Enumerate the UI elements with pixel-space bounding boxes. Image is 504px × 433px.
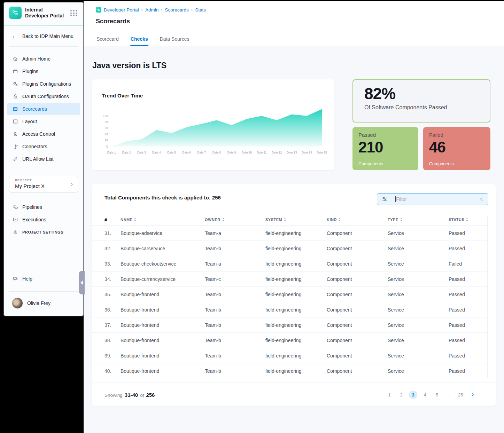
- cell-kind: Component: [327, 292, 388, 297]
- svg-text:Date 2: Date 2: [122, 151, 131, 154]
- table-row[interactable]: 33.Boutique-checkoutserviceTeam-afield-e…: [92, 256, 488, 271]
- cell-owner: Team-a: [205, 230, 265, 236]
- user-profile[interactable]: Olivia Frey: [12, 298, 51, 309]
- gear-icon: [13, 229, 18, 235]
- cell-system: field-engineering: [265, 230, 327, 236]
- sidebar-item-label: Connectors: [22, 144, 47, 149]
- sidebar-item-pipelines[interactable]: Pipelines: [4, 201, 83, 213]
- table-row[interactable]: 36.Boutique-frontendTeam-bfield-engineer…: [92, 302, 488, 317]
- sidebar-item-label: Plugins Configurations: [22, 81, 71, 87]
- cell-owner: Team-a: [205, 261, 265, 267]
- breadcrumb-separator: ›: [191, 7, 193, 13]
- svg-text:Date 10: Date 10: [242, 151, 252, 154]
- breadcrumb-link-developer-portal[interactable]: Developer Portal: [104, 7, 139, 13]
- brand-name: Internal Developer Portal: [25, 7, 64, 19]
- lock-icon: [13, 94, 18, 99]
- passed-unit: Components: [358, 162, 383, 166]
- showing-total: 256: [146, 392, 155, 398]
- sidebar-item-oauth-configurations[interactable]: OAuth Configurations: [4, 90, 83, 103]
- help-button[interactable]: Help: [13, 276, 32, 282]
- table-row[interactable]: 39.Boutique-frontendTeam-bfield-engineer…: [92, 348, 488, 363]
- sort-icon[interactable]: [222, 218, 224, 221]
- cell-num: 39.: [104, 353, 121, 359]
- sidebar-item-executions[interactable]: Executions: [4, 213, 83, 226]
- sidebar-item-plugins-configurations[interactable]: Plugins Configurations: [4, 78, 83, 90]
- table-row[interactable]: 38.Boutique-frontendTeam-bfield-engineer…: [92, 332, 488, 348]
- svg-text:Date 12: Date 12: [272, 151, 282, 154]
- sort-icon[interactable]: [284, 218, 286, 221]
- column-header-system[interactable]: SYSTEM: [265, 218, 327, 222]
- screen: Developer Portal›Admin›Scorecards›Stats …: [0, 0, 504, 433]
- failed-unit: Components: [429, 162, 454, 166]
- app-grid-icon[interactable]: [70, 10, 77, 16]
- column-header-type[interactable]: TYPE: [388, 218, 449, 222]
- page-number-25[interactable]: 25: [456, 391, 465, 399]
- cell-kind: Component: [327, 246, 388, 251]
- sidebar-item-label: URL Allow List: [22, 156, 54, 162]
- clear-filter-icon[interactable]: [479, 197, 484, 202]
- passed-value: 210: [358, 139, 412, 156]
- sidebar-nav: Admin HomePluginsPlugins ConfigurationsO…: [4, 53, 83, 165]
- table-title: Total Components this check is applied t…: [104, 195, 221, 200]
- sidebar-item-access-control[interactable]: Access Control: [4, 128, 83, 140]
- sort-icon[interactable]: [134, 218, 136, 221]
- column-label: KIND: [327, 218, 337, 222]
- cell-kind: Component: [327, 322, 388, 328]
- trend-area-chart: 100806040200Date 1Date 2Date 3Date 4Date…: [99, 104, 327, 162]
- table-row[interactable]: 40.Boutique-frontendTeam-bfield-engineer…: [92, 363, 488, 378]
- divider: [9, 291, 78, 292]
- column-header-name[interactable]: NAME: [121, 218, 205, 222]
- breadcrumb-link-admin[interactable]: Admin: [145, 7, 158, 13]
- table-row[interactable]: 34.Boutique-currencyserviceTeam-cfield-e…: [92, 271, 488, 286]
- page-number-1[interactable]: 1: [385, 391, 394, 399]
- tab-checks[interactable]: Checks: [131, 36, 148, 46]
- next-page-icon[interactable]: [470, 392, 475, 397]
- cell-status: Passed: [449, 353, 488, 359]
- sidebar-item-scorecards[interactable]: Scorecards: [7, 103, 80, 115]
- breadcrumb-link-scorecards[interactable]: Scorecards: [165, 7, 189, 13]
- cell-num: 35.: [104, 292, 121, 297]
- cell-type: Service: [388, 338, 449, 343]
- filter-input[interactable]: Filter: [377, 193, 488, 205]
- project-selector[interactable]: PROJECT My Project X: [9, 176, 78, 192]
- table-row[interactable]: 35.Boutique-frontendTeam-bfield-engineer…: [92, 286, 488, 302]
- breadcrumb-link-stats[interactable]: Stats: [195, 7, 206, 13]
- sort-icon[interactable]: [339, 218, 341, 221]
- column-label: TYPE: [388, 218, 398, 222]
- showing-summary: Showing 31-40 of 256: [104, 392, 155, 398]
- cell-num: 40.: [104, 368, 121, 374]
- cell-type: Service: [388, 322, 449, 328]
- page-body: Java version is LTS Trend Over Time 1008…: [84, 46, 504, 433]
- table-row[interactable]: 32.Boutique-carservuceTeam-bfield-engine…: [92, 241, 488, 256]
- sidebar-item-project-settings[interactable]: PROJECT SETTINGS: [4, 226, 83, 238]
- help-label: Help: [22, 276, 32, 282]
- column-header-owner[interactable]: OWNER: [205, 218, 265, 222]
- tab-scorecard[interactable]: Scorecard: [96, 36, 119, 46]
- sidebar-item-url-allow-list[interactable]: URL Allow List: [4, 153, 83, 165]
- column-header-status[interactable]: STATUS: [449, 218, 488, 222]
- page-number-2[interactable]: 2: [397, 391, 405, 399]
- cell-name: Boutique-frontend: [121, 292, 205, 297]
- tab-data-sources[interactable]: Data Sources: [160, 36, 189, 46]
- sidebar-item-plugins[interactable]: Plugins: [4, 65, 83, 78]
- project-label: PROJECT: [15, 179, 73, 182]
- cell-system: field-engineering: [265, 307, 327, 313]
- page-number-4[interactable]: 4: [421, 391, 429, 399]
- sidebar-item-admin-home[interactable]: Admin Home: [4, 53, 83, 65]
- avatar[interactable]: [12, 298, 23, 309]
- table-row[interactable]: 37.Boutique-frontendTeam-bfield-engineer…: [92, 317, 488, 332]
- sort-icon[interactable]: [400, 218, 402, 221]
- column-header-kind[interactable]: KIND: [327, 218, 388, 222]
- table-row[interactable]: 31.Boutique-adserviceTeam-afield-enginee…: [92, 225, 488, 241]
- cell-owner: Team-b: [205, 307, 265, 313]
- failed-value: 46: [429, 139, 484, 156]
- page-number-5[interactable]: 5: [433, 391, 441, 399]
- back-to-idp-menu[interactable]: ← Back to IDP Main Menu: [12, 33, 73, 39]
- showing-word: Showing: [104, 393, 123, 398]
- page-number-3[interactable]: 3: [409, 391, 417, 399]
- sort-icon[interactable]: [466, 218, 468, 221]
- sidebar-item-layout[interactable]: Layout: [4, 115, 83, 128]
- cell-num: 38.: [104, 338, 121, 343]
- sidebar-item-connectors[interactable]: Connectors: [4, 140, 83, 153]
- sidebar-collapse-handle[interactable]: [79, 271, 85, 294]
